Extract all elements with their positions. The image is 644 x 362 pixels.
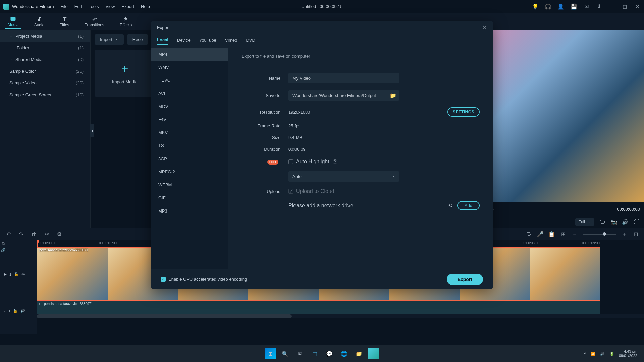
headphones-icon[interactable]: 🎧 xyxy=(545,3,551,10)
audio-clip[interactable]: ♪ pexels-anna-tarazevich-6550971 xyxy=(37,301,600,314)
sidebar-shared-media[interactable]: Shared Media (0) xyxy=(0,54,90,65)
format-mkv[interactable]: MKV xyxy=(151,126,228,139)
format-mpeg2[interactable]: MPEG-2 xyxy=(151,165,228,178)
lock-icon[interactable]: 🔓 xyxy=(13,309,18,313)
taskview-icon[interactable]: ⧉ xyxy=(294,348,306,359)
sound-icon[interactable]: 🔊 xyxy=(600,352,605,356)
timeline-scrollbar[interactable] xyxy=(37,314,644,318)
zoom-in-icon[interactable]: + xyxy=(621,231,628,238)
volume-icon[interactable]: 🔊 xyxy=(622,219,629,225)
chat-icon[interactable]: 💬 xyxy=(324,348,335,359)
menu-export[interactable]: Export xyxy=(121,4,134,9)
mail-icon[interactable]: ✉ xyxy=(583,3,590,10)
redo-icon[interactable]: ↷ xyxy=(18,231,24,238)
cut-icon[interactable]: ✂ xyxy=(43,231,50,238)
format-mp4[interactable]: MP4 xyxy=(151,48,228,61)
wifi-icon[interactable]: 📶 xyxy=(591,352,595,356)
video-track-header[interactable]: ▶1 🔓 👁 xyxy=(0,247,37,301)
refresh-icon[interactable]: ⟲ xyxy=(448,202,452,209)
autohighlight-checkbox[interactable] xyxy=(288,159,293,164)
settings-button[interactable]: SETTINGS xyxy=(447,107,480,117)
clock[interactable]: 4:43 pm 09/01/2022 xyxy=(619,349,637,358)
help-icon[interactable]: ? xyxy=(333,159,337,164)
sidebar-project-media[interactable]: Project Media (1) xyxy=(0,30,90,42)
filmora-taskbar-icon[interactable] xyxy=(368,348,379,359)
mute-icon[interactable]: 🔊 xyxy=(20,309,25,313)
sidebar-sample-green-screen[interactable]: Sample Green Screen (10) xyxy=(0,89,90,101)
import-media-tile[interactable]: + Import Media xyxy=(95,50,155,97)
menu-help[interactable]: Help xyxy=(141,4,150,9)
tab-youtube[interactable]: YouTube xyxy=(199,38,216,45)
zoom-out-icon[interactable]: − xyxy=(571,231,578,238)
scrollbar-thumb[interactable] xyxy=(37,314,292,318)
format-3gp[interactable]: 3GP xyxy=(151,152,228,165)
lightbulb-icon[interactable]: 💡 xyxy=(532,3,539,10)
mic-icon[interactable]: 🎤 xyxy=(537,231,544,238)
undo-icon[interactable]: ↶ xyxy=(5,231,12,238)
format-mp3[interactable]: MP3 xyxy=(151,204,228,218)
camera-icon[interactable]: 📷 xyxy=(610,219,617,225)
tab-transitions[interactable]: Transitions xyxy=(82,15,107,29)
add-button[interactable]: Add xyxy=(457,201,480,210)
format-gif[interactable]: GIF xyxy=(151,191,228,204)
format-hevc[interactable]: HEVC xyxy=(151,74,228,87)
preview-canvas[interactable] xyxy=(483,30,644,202)
expand-icon[interactable]: ⊞ xyxy=(560,231,567,238)
monitor-icon[interactable]: 🖵 xyxy=(599,219,606,225)
uploadcloud-checkbox[interactable]: ✓ xyxy=(288,189,293,194)
sidebar-sample-video[interactable]: Sample Video (20) xyxy=(0,77,90,89)
folder-browse-icon[interactable]: 📁 xyxy=(390,92,396,99)
search-icon[interactable]: 🔍 xyxy=(279,348,291,359)
tab-titles[interactable]: Titles xyxy=(57,15,72,29)
sidebar-collapse-icon[interactable]: ◀ xyxy=(90,124,94,137)
format-f4v[interactable]: F4V xyxy=(151,113,228,126)
tab-media[interactable]: Media xyxy=(5,14,21,29)
playhead[interactable] xyxy=(37,240,38,247)
delete-icon[interactable]: 🗑 xyxy=(31,231,37,238)
format-mov[interactable]: MOV xyxy=(151,100,228,113)
format-avi[interactable]: AVI xyxy=(151,87,228,100)
format-ts[interactable]: TS xyxy=(151,139,228,152)
gpu-checkbox[interactable]: ✓ xyxy=(161,277,166,282)
record-button[interactable]: Reco xyxy=(127,34,148,45)
tab-vimeo[interactable]: Vimeo xyxy=(225,38,237,45)
adjust-icon[interactable]: ⚙ xyxy=(56,231,63,238)
fullscreen-icon[interactable]: ⛶ xyxy=(633,219,640,225)
close-icon[interactable]: ✕ xyxy=(482,24,487,31)
list-icon[interactable]: 📋 xyxy=(548,231,555,238)
menu-edit[interactable]: Edit xyxy=(74,4,82,9)
format-webm[interactable]: WEBM xyxy=(151,178,228,191)
save-icon[interactable]: 💾 xyxy=(570,3,577,10)
shield-icon[interactable]: 🛡 xyxy=(526,231,532,238)
eye-icon[interactable]: 👁 xyxy=(21,272,25,276)
export-button[interactable]: Export xyxy=(447,274,483,285)
zoom-handle[interactable] xyxy=(603,232,606,236)
tab-audio[interactable]: Audio xyxy=(32,15,47,29)
sidebar-sample-color[interactable]: Sample Color (25) xyxy=(0,65,90,77)
audio-track-header[interactable]: ♪1 🔓 🔊 xyxy=(0,301,37,321)
audio-adjust-icon[interactable]: 〰 xyxy=(69,231,75,238)
tab-dvd[interactable]: DVD xyxy=(246,38,255,45)
sidebar-folder[interactable]: Folder (1) xyxy=(0,42,90,54)
tab-device[interactable]: Device xyxy=(177,38,191,45)
lock-icon[interactable]: 🔓 xyxy=(14,272,19,276)
start-icon[interactable]: ⊞ xyxy=(265,348,276,359)
format-wmv[interactable]: WMV xyxy=(151,61,228,74)
tray-chevron-icon[interactable]: ^ xyxy=(584,352,586,356)
saveto-input[interactable] xyxy=(288,90,399,101)
menu-file[interactable]: File xyxy=(61,4,68,9)
close-window-icon[interactable]: ✕ xyxy=(634,3,641,10)
chrome-icon[interactable]: 🌐 xyxy=(338,348,350,359)
menu-tools[interactable]: Tools xyxy=(89,4,99,9)
user-icon[interactable]: 👤 xyxy=(557,3,564,10)
explorer-icon[interactable]: 📁 xyxy=(353,348,365,359)
tab-local[interactable]: Local xyxy=(157,37,168,45)
minimize-icon[interactable]: — xyxy=(608,3,615,10)
fit-icon[interactable]: ⊡ xyxy=(632,231,639,238)
zoom-slider[interactable] xyxy=(583,234,616,235)
download-icon[interactable]: ⬇ xyxy=(596,3,602,10)
ripple-icon[interactable]: ⧉ xyxy=(0,240,7,247)
battery-icon[interactable]: 🔋 xyxy=(609,352,614,356)
import-button[interactable]: Import xyxy=(95,34,124,45)
widgets-icon[interactable]: ◫ xyxy=(309,348,320,359)
